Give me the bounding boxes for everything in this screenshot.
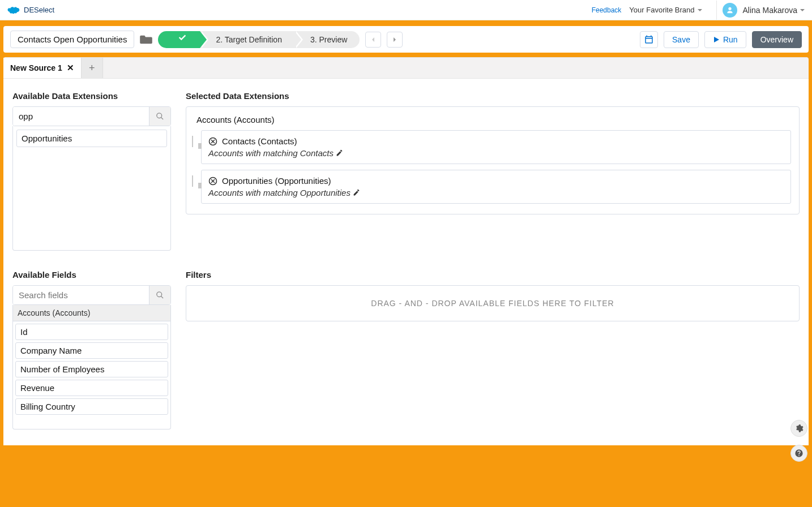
feedback-link[interactable]: Feedback xyxy=(592,6,622,14)
selected-de-root: Accounts (Accounts) xyxy=(194,115,791,124)
accent-frame: Contacts Open Opportunities 2. Target De… xyxy=(0,20,812,507)
filters-title: Filters xyxy=(186,270,800,280)
avatar xyxy=(723,3,737,18)
selected-de-title: Selected Data Extensions xyxy=(186,91,800,101)
overview-button[interactable]: Overview xyxy=(752,31,802,48)
selected-de-child-block: Opportunities (Opportunities) Accounts w… xyxy=(198,170,791,204)
pencil-icon[interactable] xyxy=(353,189,360,196)
save-button-label: Save xyxy=(672,35,690,44)
save-button[interactable]: Save xyxy=(664,31,699,48)
main-panel: New Source 1 ✕ + Available Data Extensio… xyxy=(3,57,809,445)
add-tab-button[interactable]: + xyxy=(82,58,103,78)
help-icon xyxy=(794,449,804,458)
available-fields-search-button[interactable] xyxy=(149,286,170,304)
header-divider xyxy=(716,1,717,20)
action-bar: Contacts Open Opportunities 2. Target De… xyxy=(3,26,809,53)
search-icon xyxy=(156,291,164,299)
tree-connector xyxy=(198,143,202,149)
field-item[interactable]: Billing Country xyxy=(15,398,168,415)
de-item-opportunities[interactable]: Opportunities xyxy=(16,130,167,147)
filters-panel: Filters DRAG - AND - DROP AVAILABLE FIEL… xyxy=(186,270,800,429)
available-de-search xyxy=(12,106,171,126)
selected-de-child-opportunities[interactable]: Opportunities (Opportunities) Accounts w… xyxy=(201,170,791,204)
source-tabs: New Source 1 ✕ + xyxy=(3,57,809,79)
app-name: DESelect xyxy=(24,6,54,14)
close-icon[interactable]: ✕ xyxy=(67,63,74,73)
available-fields-search xyxy=(12,285,171,305)
available-de-list: Opportunities xyxy=(12,126,171,251)
person-icon xyxy=(725,6,734,15)
child-desc: Accounts with matching Opportunities xyxy=(208,188,351,197)
caret-down-icon xyxy=(697,7,703,13)
fields-list: Accounts (Accounts) Id Company Name Numb… xyxy=(12,305,171,429)
remove-icon[interactable] xyxy=(208,177,217,186)
child-name: Contacts (Contacts) xyxy=(222,136,297,146)
search-icon xyxy=(156,112,164,121)
available-fields-title: Available Fields xyxy=(12,270,171,280)
available-fields-panel: Available Fields Accounts (Accounts) Id … xyxy=(12,270,171,429)
field-item[interactable]: Revenue xyxy=(15,380,168,396)
floating-buttons xyxy=(790,420,807,462)
run-button[interactable]: Run xyxy=(704,31,746,48)
field-item[interactable]: Number of Employees xyxy=(15,361,168,377)
selected-de-child-contacts[interactable]: Contacts (Contacts) Accounts with matchi… xyxy=(201,130,791,164)
available-de-search-input[interactable] xyxy=(13,107,149,126)
tab-new-source-1[interactable]: New Source 1 ✕ xyxy=(3,58,82,78)
child-name: Opportunities (Opportunities) xyxy=(222,176,331,186)
brand-dropdown[interactable]: Your Favorite Brand xyxy=(629,6,702,14)
brand-dropdown-label: Your Favorite Brand xyxy=(629,6,694,14)
right-accent-edge xyxy=(809,22,812,507)
available-de-title: Available Data Extensions xyxy=(12,91,171,101)
run-button-label: Run xyxy=(723,35,738,44)
check-icon xyxy=(177,32,187,42)
body-grid: Available Data Extensions Opportunities … xyxy=(3,79,809,445)
tab-label: New Source 1 xyxy=(10,63,62,72)
folder-icon[interactable] xyxy=(140,35,152,45)
global-header: DESelect Feedback Your Favorite Brand Al… xyxy=(0,0,812,20)
field-item[interactable]: Id xyxy=(15,324,168,340)
gear-icon xyxy=(794,424,804,433)
step-next-button[interactable] xyxy=(387,32,403,48)
available-fields-search-input[interactable] xyxy=(13,286,149,304)
calendar-icon xyxy=(644,35,654,45)
caret-down-icon xyxy=(800,7,805,13)
field-item[interactable]: Company Name xyxy=(15,342,168,359)
step-3-preview[interactable]: 3. Preview xyxy=(294,31,360,48)
available-de-search-button[interactable] xyxy=(149,107,170,126)
tree-connector xyxy=(198,183,202,188)
step-2-target-definition[interactable]: 2. Target Definition xyxy=(200,31,294,48)
child-desc: Accounts with matching Contacts xyxy=(208,148,334,158)
filters-dropzone[interactable]: DRAG - AND - DROP AVAILABLE FIELDS HERE … xyxy=(186,285,800,321)
schedule-button[interactable] xyxy=(640,31,658,48)
step-prev-button[interactable] xyxy=(365,32,381,48)
page-title: Contacts Open Opportunities xyxy=(10,31,134,48)
available-de-panel: Available Data Extensions Opportunities xyxy=(12,91,171,251)
help-button[interactable] xyxy=(790,445,807,462)
selected-de-panel-wrap: Selected Data Extensions Accounts (Accou… xyxy=(186,91,800,251)
step-indicator: 2. Target Definition 3. Preview xyxy=(158,31,360,48)
user-name: Alina Makarova xyxy=(743,6,798,15)
step-1-done[interactable] xyxy=(158,31,200,48)
salesforce-cloud-icon xyxy=(7,6,20,15)
selected-de-child-block: Contacts (Contacts) Accounts with matchi… xyxy=(198,130,791,164)
selected-de-panel: Accounts (Accounts) Contacts (Contacts) … xyxy=(186,106,800,214)
pencil-icon[interactable] xyxy=(336,149,343,157)
remove-icon[interactable] xyxy=(208,137,217,146)
play-icon xyxy=(713,36,720,43)
chevron-right-icon xyxy=(392,37,398,42)
user-menu[interactable]: Alina Makarova xyxy=(723,3,806,18)
chevron-left-icon xyxy=(370,37,376,42)
settings-button[interactable] xyxy=(790,420,807,437)
fields-group-head: Accounts (Accounts) xyxy=(13,305,170,321)
